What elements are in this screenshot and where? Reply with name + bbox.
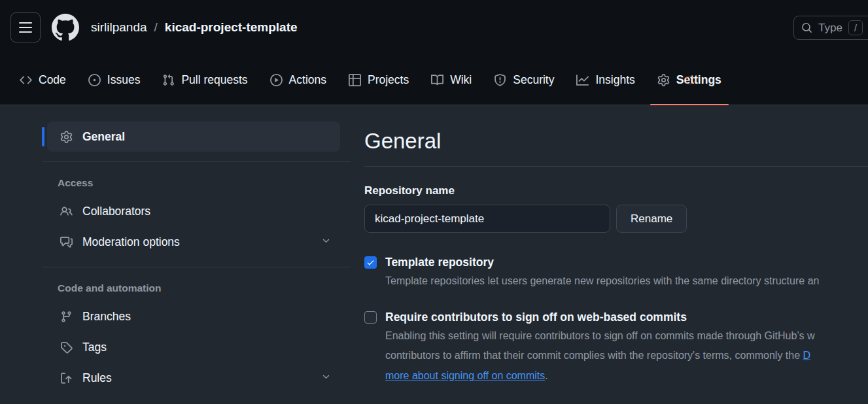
template-repository-setting: Template repository Template repositorie… xyxy=(364,254,868,290)
sidebar-section-code-and-automation: Code and automation xyxy=(42,277,351,301)
tab-code[interactable]: Code xyxy=(9,55,77,105)
signoff-setting: Require contributors to sign off on web-… xyxy=(364,309,868,385)
tab-wiki[interactable]: Wiki xyxy=(420,55,483,105)
sidebar-item-collaborators[interactable]: Collaborators xyxy=(47,196,340,226)
sidebar-item-general[interactable]: General xyxy=(47,122,340,152)
search-icon xyxy=(801,22,812,33)
settings-content: General Access Collaborators Moderation … xyxy=(0,105,868,394)
slash-shortcut-keycap: / xyxy=(848,20,863,35)
gear-icon xyxy=(657,74,670,86)
signoff-description-line1: Enabling this setting will require contr… xyxy=(385,327,815,345)
tab-issues[interactable]: Issues xyxy=(77,55,152,105)
sidebar-item-branches[interactable]: Branches xyxy=(47,301,340,331)
tab-security[interactable]: Security xyxy=(483,55,565,105)
git-branch-icon xyxy=(60,311,73,323)
sidebar-divider xyxy=(42,267,351,267)
gear-icon xyxy=(60,131,73,143)
chevron-down-icon xyxy=(321,235,331,249)
book-icon xyxy=(431,74,443,86)
table-icon xyxy=(349,74,361,86)
repository-name-input[interactable] xyxy=(364,205,610,233)
general-settings-panel: General Repository name Rename Template … xyxy=(351,121,868,394)
settings-sidebar: General Access Collaborators Moderation … xyxy=(42,121,351,394)
graph-icon xyxy=(576,74,589,86)
breadcrumb: sirlilpanda / kicad-project-template xyxy=(91,20,298,35)
people-icon xyxy=(60,205,73,218)
chevron-down-icon xyxy=(321,371,331,385)
breadcrumb-owner-link[interactable]: sirlilpanda xyxy=(91,20,147,35)
page-title: General xyxy=(364,129,868,154)
sidebar-item-moderation-options[interactable]: Moderation options xyxy=(47,227,340,257)
signoff-description-line2: contributors to affirm that their commit… xyxy=(385,346,815,365)
rename-button[interactable]: Rename xyxy=(616,205,687,233)
breadcrumb-repo-link[interactable]: kicad-project-template xyxy=(165,20,298,35)
git-pull-request-icon xyxy=(162,74,175,86)
template-repository-label[interactable]: Template repository xyxy=(385,254,819,270)
issue-opened-icon xyxy=(88,74,101,86)
signoff-label[interactable]: Require contributors to sign off on web-… xyxy=(385,309,815,325)
sidebar-section-access: Access xyxy=(42,172,351,195)
repo-nav-tabs: Code Issues Pull requests Actions Projec… xyxy=(0,55,868,105)
search-box[interactable]: Type / xyxy=(793,16,868,40)
tab-actions[interactable]: Actions xyxy=(259,55,338,105)
signoff-checkbox[interactable] xyxy=(364,311,377,324)
tab-pull-requests[interactable]: Pull requests xyxy=(151,55,258,105)
tab-insights[interactable]: Insights xyxy=(565,55,646,105)
hamburger-menu-button[interactable] xyxy=(10,12,41,42)
sidebar-divider xyxy=(42,161,351,162)
tag-icon xyxy=(60,341,73,354)
repository-name-row: Rename xyxy=(364,205,868,233)
sidebar-item-tags[interactable]: Tags xyxy=(47,332,340,362)
play-circle-icon xyxy=(270,74,283,86)
check-icon xyxy=(366,258,375,267)
breadcrumb-separator: / xyxy=(154,20,158,35)
tab-projects[interactable]: Projects xyxy=(338,55,420,105)
shield-icon xyxy=(494,74,506,86)
github-logo[interactable] xyxy=(52,14,79,41)
hamburger-icon xyxy=(19,22,32,24)
template-repository-checkbox[interactable] xyxy=(364,256,377,269)
header: sirlilpanda / kicad-project-template Typ… xyxy=(0,0,868,55)
signoff-learn-more-link[interactable]: more about signing off on commits xyxy=(385,370,545,381)
dco-link-fragment[interactable]: D xyxy=(803,350,811,361)
sidebar-item-rules[interactable]: Rules xyxy=(47,363,340,393)
template-repository-description: Template repositories let users generate… xyxy=(385,272,819,290)
rule-icon xyxy=(60,372,73,384)
comment-discussion-icon xyxy=(60,236,73,248)
github-mark-icon xyxy=(52,14,79,41)
tab-settings[interactable]: Settings xyxy=(646,55,733,105)
search-placeholder: Type xyxy=(818,22,842,35)
signoff-description-line3: more about signing off on commits. xyxy=(385,367,815,385)
title-divider xyxy=(364,166,868,167)
code-icon xyxy=(20,74,32,86)
github-repo-settings-page: sirlilpanda / kicad-project-template Typ… xyxy=(0,0,868,404)
repository-name-label: Repository name xyxy=(364,184,868,197)
